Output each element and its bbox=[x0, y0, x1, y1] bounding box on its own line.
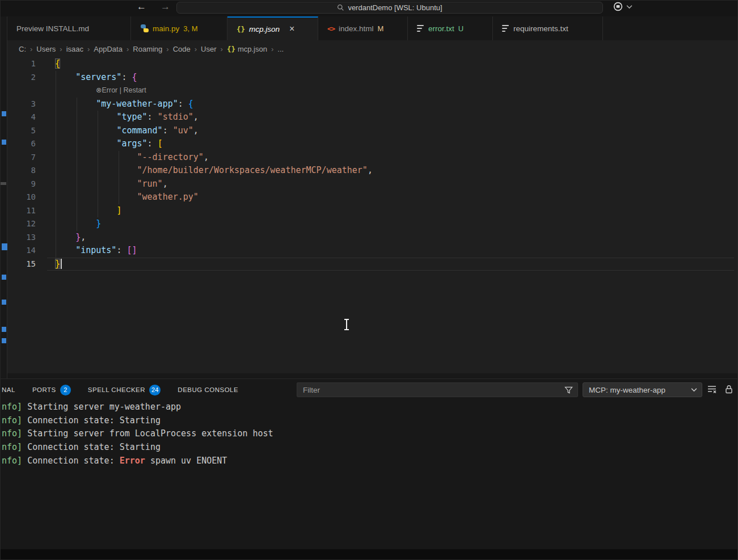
breadcrumb-item[interactable]: isaac bbox=[66, 45, 83, 53]
breadcrumb-separator-icon: › bbox=[221, 45, 223, 53]
account-icon[interactable] bbox=[613, 2, 623, 11]
lock-scroll-icon[interactable] bbox=[725, 385, 733, 394]
output-log: nfo] Starting server my-weather-appnfo] … bbox=[2, 401, 273, 468]
code-line-10[interactable]: 10 "weather.py" bbox=[7, 191, 737, 204]
panel-tab-ports[interactable]: PORTS2 bbox=[32, 385, 71, 395]
line-number: 11 bbox=[7, 204, 36, 218]
line-number: 2 bbox=[7, 71, 36, 85]
line-number: 4 bbox=[7, 111, 36, 124]
tab-preview-install-md[interactable]: Preview INSTALL.md bbox=[7, 16, 131, 40]
forward-button[interactable]: → bbox=[161, 1, 170, 12]
blue-marker bbox=[2, 243, 7, 250]
output-line: nfo] Connection state: Starting bbox=[2, 414, 273, 428]
blue-marker bbox=[2, 140, 6, 145]
vscode-window: ← → verdantDemo [WSL: Ubuntu] Preview IN… bbox=[0, 0, 738, 560]
scroll-tick bbox=[1, 182, 6, 185]
panel-tab-spell-checker[interactable]: SPELL CHECKER24 bbox=[88, 385, 161, 395]
breadcrumb-item[interactable]: User bbox=[201, 45, 216, 53]
code-line-13[interactable]: 13 }, bbox=[7, 231, 737, 245]
badge: 24 bbox=[149, 385, 161, 395]
line-number: 14 bbox=[7, 244, 36, 258]
line-number: 10 bbox=[7, 191, 36, 204]
code-line-12[interactable]: 12 } bbox=[7, 217, 737, 231]
breadcrumb-separator-icon: › bbox=[126, 45, 129, 53]
output-line: nfo] Connection state: Error spawn uv EN… bbox=[2, 454, 273, 468]
code-text: "run", bbox=[55, 178, 168, 191]
text-cursor bbox=[61, 259, 62, 269]
html-icon: <> bbox=[327, 24, 335, 33]
tab-label: index.html bbox=[339, 24, 374, 33]
left-edge-strip bbox=[1, 16, 7, 378]
breadcrumb-item[interactable]: AppData bbox=[94, 45, 123, 53]
breadcrumb: C:›Users›isaac›AppData›Roaming›Code›User… bbox=[7, 40, 737, 57]
breadcrumb-item[interactable]: Code bbox=[173, 45, 191, 53]
chevron-down-icon[interactable] bbox=[626, 5, 632, 9]
code-line-8[interactable]: 8 "/home/builder/Workspaces/weatherMCP/w… bbox=[7, 164, 737, 178]
code-line-3[interactable]: 3 "my-weather-app": { bbox=[7, 98, 737, 111]
title-bar: ← → verdantDemo [WSL: Ubuntu] bbox=[1, 1, 738, 16]
json-braces-icon: {} bbox=[227, 45, 235, 53]
breadcrumb-item[interactable]: C: bbox=[19, 45, 26, 53]
code-line-4[interactable]: 4 "type": "stdio", bbox=[7, 111, 737, 124]
filter-icon bbox=[564, 386, 573, 394]
breadcrumb-separator-icon: › bbox=[60, 45, 62, 53]
back-button[interactable]: ← bbox=[137, 1, 146, 12]
code-line-6[interactable]: 6 "args": [ bbox=[7, 137, 737, 151]
error-circle-icon: ⊗ bbox=[96, 86, 102, 94]
code-line-1[interactable]: 1{ bbox=[7, 57, 737, 71]
line-number: 3 bbox=[7, 98, 36, 111]
code-line-14[interactable]: 14 "inputs": [] bbox=[7, 244, 737, 258]
code-line-5[interactable]: 5 "command": "uv", bbox=[7, 124, 737, 138]
line-number: 7 bbox=[7, 151, 36, 165]
code-text: "my-weather-app": { bbox=[55, 98, 193, 111]
clear-output-icon[interactable] bbox=[707, 385, 717, 394]
code-line-11[interactable]: 11 ] bbox=[7, 204, 737, 218]
tab-error-txt[interactable]: error.txtU bbox=[408, 16, 493, 40]
codelens-row: ⊗Error | Restart bbox=[7, 84, 737, 98]
code-text: "servers": { bbox=[55, 71, 137, 85]
window-bottom-edge bbox=[1, 549, 738, 560]
editor[interactable]: 1{2 "servers": {⊗Error | Restart3 "my-we… bbox=[7, 57, 737, 373]
code-text: "args": [ bbox=[55, 137, 163, 151]
line-number: 8 bbox=[7, 164, 36, 178]
code-line-7[interactable]: 7 "--directory", bbox=[7, 151, 737, 165]
breadcrumb-item[interactable]: Roaming bbox=[133, 45, 162, 53]
tab-mcp-json[interactable]: {}mcp.json× bbox=[227, 16, 318, 40]
output-line: nfo] Connection state: Starting bbox=[2, 441, 273, 454]
code-line-15[interactable]: 15} bbox=[7, 258, 737, 271]
tab-index-html[interactable]: <>index.htmlM bbox=[318, 16, 408, 40]
breadcrumb-item[interactable]: {}mcp.json bbox=[227, 45, 267, 53]
blue-marker bbox=[2, 111, 6, 116]
badge: 2 bbox=[60, 385, 71, 395]
code-line-2[interactable]: 2 "servers": { bbox=[7, 71, 737, 85]
code-text: }, bbox=[55, 231, 86, 245]
close-icon[interactable]: × bbox=[289, 24, 294, 33]
tab-decoration: 3, M bbox=[183, 24, 197, 33]
blue-marker bbox=[2, 275, 6, 280]
codelens-link-error[interactable]: Error bbox=[102, 86, 117, 94]
code-text: { bbox=[55, 57, 60, 71]
tab-decoration: U bbox=[458, 24, 463, 33]
tab-requirements-txt[interactable]: requirements.txt bbox=[493, 16, 603, 40]
code-line-9[interactable]: 9 "run", bbox=[7, 178, 737, 191]
breadcrumb-separator-icon: › bbox=[166, 45, 168, 53]
line-number: 13 bbox=[7, 231, 36, 245]
filter-input[interactable] bbox=[297, 386, 564, 394]
panel-tab-debug-console[interactable]: DEBUG CONSOLE bbox=[178, 386, 238, 393]
codelens-link-restart[interactable]: Restart bbox=[123, 86, 146, 94]
output-channel-select[interactable]: MCP: my-weather-app bbox=[583, 382, 702, 397]
command-center-label: verdantDemo [WSL: Ubuntu] bbox=[348, 3, 442, 12]
line-number: 9 bbox=[7, 178, 36, 191]
line-number: 1 bbox=[7, 57, 36, 71]
python-icon bbox=[140, 24, 149, 33]
json-braces-icon: {} bbox=[237, 25, 245, 33]
tab-main-py[interactable]: main.py3, M bbox=[131, 16, 227, 40]
panel-tab-nal[interactable]: NAL bbox=[2, 386, 15, 393]
breadcrumb-item[interactable]: Users bbox=[36, 45, 56, 53]
code-text: } bbox=[55, 258, 62, 271]
blue-marker bbox=[2, 338, 6, 343]
code-text: "--directory", bbox=[55, 151, 209, 165]
breadcrumb-item[interactable]: ... bbox=[277, 45, 284, 53]
command-center[interactable]: verdantDemo [WSL: Ubuntu] bbox=[176, 2, 603, 14]
mouse-ibeam-cursor bbox=[343, 319, 350, 330]
